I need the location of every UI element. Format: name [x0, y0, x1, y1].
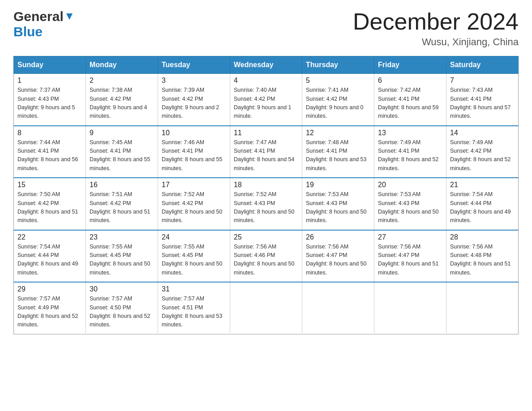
calendar-cell: 8Sunrise: 7:44 AMSunset: 4:41 PMDaylight…	[14, 126, 86, 178]
calendar-body: 1Sunrise: 7:37 AMSunset: 4:43 PMDaylight…	[14, 74, 519, 334]
calendar-cell: 30Sunrise: 7:57 AMSunset: 4:50 PMDayligh…	[86, 282, 158, 334]
calendar-cell: 9Sunrise: 7:45 AMSunset: 4:41 PMDaylight…	[86, 126, 158, 178]
calendar-cell: 31Sunrise: 7:57 AMSunset: 4:51 PMDayligh…	[158, 282, 230, 334]
day-info: Sunrise: 7:56 AMSunset: 4:46 PMDaylight:…	[234, 243, 298, 278]
day-info: Sunrise: 7:52 AMSunset: 4:43 PMDaylight:…	[234, 190, 298, 225]
day-info: Sunrise: 7:37 AMSunset: 4:43 PMDaylight:…	[17, 86, 82, 121]
day-number: 28	[450, 233, 515, 241]
day-number: 6	[378, 77, 442, 85]
calendar-cell: 16Sunrise: 7:51 AMSunset: 4:42 PMDayligh…	[86, 178, 158, 230]
day-header-saturday: Saturday	[446, 56, 519, 74]
calendar-cell: 18Sunrise: 7:52 AMSunset: 4:43 PMDayligh…	[230, 178, 302, 230]
day-number: 26	[306, 233, 370, 241]
header-row: SundayMondayTuesdayWednesdayThursdayFrid…	[14, 56, 519, 74]
day-number: 3	[162, 77, 226, 85]
day-number: 19	[306, 181, 370, 189]
day-number: 27	[378, 233, 442, 241]
calendar-cell: 15Sunrise: 7:50 AMSunset: 4:42 PMDayligh…	[14, 178, 86, 230]
day-info: Sunrise: 7:43 AMSunset: 4:41 PMDaylight:…	[450, 86, 515, 121]
calendar-cell: 14Sunrise: 7:49 AMSunset: 4:42 PMDayligh…	[446, 126, 519, 178]
logo-blue-text: Blue	[13, 24, 43, 39]
calendar-cell: 3Sunrise: 7:39 AMSunset: 4:42 PMDaylight…	[158, 74, 230, 126]
day-number: 16	[90, 181, 154, 189]
day-info: Sunrise: 7:42 AMSunset: 4:41 PMDaylight:…	[378, 86, 442, 121]
day-number: 7	[450, 77, 515, 85]
week-row-5: 29Sunrise: 7:57 AMSunset: 4:49 PMDayligh…	[14, 282, 519, 334]
day-info: Sunrise: 7:51 AMSunset: 4:42 PMDaylight:…	[90, 190, 154, 225]
calendar-cell: 21Sunrise: 7:54 AMSunset: 4:44 PMDayligh…	[446, 178, 519, 230]
calendar-cell: 11Sunrise: 7:47 AMSunset: 4:41 PMDayligh…	[230, 126, 302, 178]
day-number: 21	[450, 181, 515, 189]
day-number: 18	[234, 181, 298, 189]
calendar-cell: 17Sunrise: 7:52 AMSunset: 4:42 PMDayligh…	[158, 178, 230, 230]
day-info: Sunrise: 7:49 AMSunset: 4:41 PMDaylight:…	[378, 138, 442, 173]
calendar-cell	[446, 282, 519, 334]
day-number: 4	[234, 77, 298, 85]
calendar-cell: 29Sunrise: 7:57 AMSunset: 4:49 PMDayligh…	[14, 282, 86, 334]
day-number: 31	[162, 285, 226, 293]
day-number: 17	[162, 181, 226, 189]
day-header-friday: Friday	[374, 56, 446, 74]
day-info: Sunrise: 7:52 AMSunset: 4:42 PMDaylight:…	[162, 190, 226, 225]
calendar-cell: 10Sunrise: 7:46 AMSunset: 4:41 PMDayligh…	[158, 126, 230, 178]
calendar-cell: 12Sunrise: 7:48 AMSunset: 4:41 PMDayligh…	[302, 126, 374, 178]
calendar-cell: 13Sunrise: 7:49 AMSunset: 4:41 PMDayligh…	[374, 126, 446, 178]
day-info: Sunrise: 7:56 AMSunset: 4:47 PMDaylight:…	[378, 243, 442, 278]
location: Wusu, Xinjiang, China	[353, 36, 519, 48]
day-info: Sunrise: 7:54 AMSunset: 4:44 PMDaylight:…	[450, 190, 515, 225]
day-info: Sunrise: 7:54 AMSunset: 4:44 PMDaylight:…	[17, 243, 82, 278]
day-number: 12	[306, 129, 370, 137]
day-info: Sunrise: 7:56 AMSunset: 4:48 PMDaylight:…	[450, 243, 515, 278]
calendar-cell: 1Sunrise: 7:37 AMSunset: 4:43 PMDaylight…	[14, 74, 86, 126]
logo-general-text: General	[13, 9, 64, 24]
day-number: 25	[234, 233, 298, 241]
day-number: 14	[450, 129, 515, 137]
day-info: Sunrise: 7:57 AMSunset: 4:50 PMDaylight:…	[90, 295, 154, 330]
calendar-cell: 25Sunrise: 7:56 AMSunset: 4:46 PMDayligh…	[230, 230, 302, 283]
day-number: 22	[17, 233, 82, 241]
day-number: 5	[306, 77, 370, 85]
day-header-thursday: Thursday	[302, 56, 374, 74]
calendar-cell: 2Sunrise: 7:38 AMSunset: 4:42 PMDaylight…	[86, 74, 158, 126]
week-row-2: 8Sunrise: 7:44 AMSunset: 4:41 PMDaylight…	[14, 126, 519, 178]
day-info: Sunrise: 7:45 AMSunset: 4:41 PMDaylight:…	[90, 138, 154, 173]
day-number: 10	[162, 129, 226, 137]
calendar-cell: 26Sunrise: 7:56 AMSunset: 4:47 PMDayligh…	[302, 230, 374, 283]
logo-arrow-icon	[64, 12, 74, 23]
logo: General Blue	[13, 9, 74, 39]
day-info: Sunrise: 7:57 AMSunset: 4:49 PMDaylight:…	[17, 295, 82, 330]
day-info: Sunrise: 7:44 AMSunset: 4:41 PMDaylight:…	[17, 138, 82, 173]
day-header-wednesday: Wednesday	[230, 56, 302, 74]
day-info: Sunrise: 7:53 AMSunset: 4:43 PMDaylight:…	[306, 190, 370, 225]
calendar-cell: 4Sunrise: 7:40 AMSunset: 4:42 PMDaylight…	[230, 74, 302, 126]
calendar-cell	[374, 282, 446, 334]
calendar-cell: 24Sunrise: 7:55 AMSunset: 4:45 PMDayligh…	[158, 230, 230, 283]
title-section: December 2024 Wusu, Xinjiang, China	[353, 9, 519, 48]
day-number: 24	[162, 233, 226, 241]
day-info: Sunrise: 7:50 AMSunset: 4:42 PMDaylight:…	[17, 190, 82, 225]
day-info: Sunrise: 7:47 AMSunset: 4:41 PMDaylight:…	[234, 138, 298, 173]
calendar-cell: 19Sunrise: 7:53 AMSunset: 4:43 PMDayligh…	[302, 178, 374, 230]
day-header-sunday: Sunday	[14, 56, 86, 74]
day-info: Sunrise: 7:40 AMSunset: 4:42 PMDaylight:…	[234, 86, 298, 121]
month-title: December 2024	[353, 9, 519, 34]
day-number: 8	[17, 129, 82, 137]
day-number: 9	[90, 129, 154, 137]
day-number: 30	[90, 285, 154, 293]
calendar-cell: 22Sunrise: 7:54 AMSunset: 4:44 PMDayligh…	[14, 230, 86, 283]
day-number: 29	[17, 285, 82, 293]
day-header-tuesday: Tuesday	[158, 56, 230, 74]
calendar-cell: 5Sunrise: 7:41 AMSunset: 4:42 PMDaylight…	[302, 74, 374, 126]
calendar-cell	[302, 282, 374, 334]
week-row-1: 1Sunrise: 7:37 AMSunset: 4:43 PMDaylight…	[14, 74, 519, 126]
day-number: 15	[17, 181, 82, 189]
day-number: 2	[90, 77, 154, 85]
day-info: Sunrise: 7:53 AMSunset: 4:43 PMDaylight:…	[378, 190, 442, 225]
calendar-cell: 28Sunrise: 7:56 AMSunset: 4:48 PMDayligh…	[446, 230, 519, 283]
page-header: General Blue December 2024 Wusu, Xinjian…	[13, 9, 519, 48]
calendar-cell: 20Sunrise: 7:53 AMSunset: 4:43 PMDayligh…	[374, 178, 446, 230]
calendar-table: SundayMondayTuesdayWednesdayThursdayFrid…	[13, 56, 519, 334]
calendar-cell: 23Sunrise: 7:55 AMSunset: 4:45 PMDayligh…	[86, 230, 158, 283]
week-row-4: 22Sunrise: 7:54 AMSunset: 4:44 PMDayligh…	[14, 230, 519, 283]
day-info: Sunrise: 7:39 AMSunset: 4:42 PMDaylight:…	[162, 86, 226, 121]
